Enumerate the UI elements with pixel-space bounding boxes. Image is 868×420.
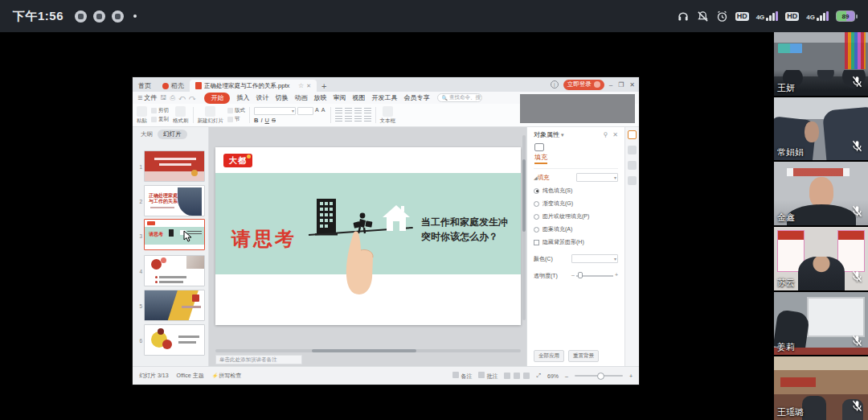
- ribbon-tab-start[interactable]: 开始: [204, 93, 230, 104]
- file-menu-button[interactable]: 文件: [137, 93, 157, 102]
- bold-button[interactable]: B: [254, 117, 258, 124]
- ribbon-tab-view[interactable]: 视图: [352, 93, 365, 102]
- zoom-slider[interactable]: [575, 375, 623, 377]
- font-family-select[interactable]: [254, 107, 296, 115]
- horizontal-scrollbar[interactable]: [215, 349, 521, 352]
- apply-all-button[interactable]: 全部应用: [534, 350, 564, 362]
- quick-access-toolbar[interactable]: 🖫 ⎙ ↶ ↷: [160, 94, 196, 102]
- indent-button[interactable]: [354, 108, 362, 114]
- participant-video-tile[interactable]: 王妍: [774, 32, 868, 96]
- pin-icon[interactable]: ⚲: [603, 131, 608, 138]
- tab-outline[interactable]: 大纲: [141, 130, 153, 138]
- scrollbar-thumb[interactable]: [312, 349, 416, 352]
- ribbon-tab-transition[interactable]: 切换: [275, 93, 288, 102]
- ribbon-tab-animation[interactable]: 动画: [294, 93, 307, 102]
- ribbon-tab-review[interactable]: 审阅: [333, 93, 346, 102]
- panel-title[interactable]: 对象属性: [534, 130, 563, 139]
- bullet-list-button[interactable]: [335, 108, 342, 114]
- participant-video-tile[interactable]: 常娟娟: [774, 97, 868, 161]
- slide-thumbnail-3-selected[interactable]: 请思考: [144, 219, 205, 250]
- close-panel-icon[interactable]: ✕: [612, 131, 618, 138]
- line-spacing-button[interactable]: [364, 108, 371, 114]
- option-pattern-fill[interactable]: 图案填充(A): [534, 225, 618, 233]
- transparency-slider[interactable]: – +: [571, 271, 618, 280]
- slider-knob[interactable]: [578, 272, 583, 278]
- tab-document[interactable]: 正确处理家庭与工作的关系.pptx: [190, 80, 317, 92]
- animation-strip-icon[interactable]: [628, 146, 637, 154]
- theme-name[interactable]: Office 主题: [177, 372, 204, 380]
- normal-view-button[interactable]: [504, 373, 510, 379]
- fill-tab[interactable]: 填充: [534, 153, 547, 164]
- speaker-notes-bar[interactable]: 单击此处添加演讲者备注: [215, 355, 302, 364]
- zoom-out-button[interactable]: –: [565, 373, 568, 379]
- play-slideshow-button[interactable]: [523, 373, 530, 379]
- align-right-button[interactable]: [354, 116, 362, 122]
- favorite-star-icon[interactable]: [298, 82, 304, 89]
- zoom-level[interactable]: 69%: [547, 373, 559, 379]
- new-slide-button[interactable]: 新建幻灯片: [198, 106, 224, 125]
- scrollbar-thumb[interactable]: [522, 159, 526, 232]
- ribbon-tab-slideshow[interactable]: 放映: [313, 93, 326, 102]
- option-hide-background[interactable]: 隐藏背景图形(H): [534, 238, 618, 246]
- participant-video-tile[interactable]: 金鑫: [774, 162, 868, 225]
- section-button[interactable]: 节: [227, 116, 245, 123]
- slide-canvas[interactable]: 大都 请思考: [209, 127, 526, 366]
- zoom-in-button[interactable]: +: [629, 373, 633, 379]
- tab-slides[interactable]: 幻灯片: [158, 130, 187, 139]
- number-list-button[interactable]: [345, 108, 352, 114]
- participant-video-tile[interactable]: 苏云: [774, 227, 868, 290]
- close-tab-icon[interactable]: [306, 82, 311, 89]
- close-button[interactable]: ✕: [629, 81, 635, 89]
- ribbon-tab-insert[interactable]: 插入: [236, 93, 249, 102]
- slide-thumbnail-6[interactable]: [144, 324, 205, 356]
- reset-background-button[interactable]: 重置背景: [568, 350, 599, 362]
- slide-sorter-view-button[interactable]: [514, 373, 520, 379]
- ribbon-tab-devtools[interactable]: 开发工具: [371, 93, 397, 102]
- slide-thumbnail-4[interactable]: [144, 255, 205, 286]
- slider-plus[interactable]: +: [615, 272, 618, 278]
- paste-button[interactable]: 粘贴: [137, 106, 147, 125]
- option-picture-fill[interactable]: 图片或纹理填充(P): [534, 212, 618, 220]
- font-size-select[interactable]: [297, 107, 313, 115]
- command-search-input[interactable]: 查找命令、搜索模板: [437, 93, 482, 102]
- slide-thumbnail-1[interactable]: [144, 150, 205, 182]
- text-box-button[interactable]: 文本框: [380, 106, 396, 125]
- comment-strip-icon[interactable]: [628, 161, 637, 170]
- comments-toggle[interactable]: 批注: [478, 372, 497, 381]
- option-gradient-fill[interactable]: 渐变填充(G): [534, 200, 618, 208]
- tab-docer[interactable]: 稻壳: [157, 80, 190, 92]
- cut-button[interactable]: 剪切: [151, 107, 169, 114]
- minimize-button[interactable]: –: [609, 81, 612, 89]
- maximize-button[interactable]: ❐: [618, 81, 624, 89]
- fill-preset-dropdown[interactable]: [576, 173, 618, 182]
- participant-video-tile[interactable]: 姜莉: [774, 292, 868, 356]
- format-painter-button[interactable]: 格式刷: [173, 106, 189, 125]
- underline-button[interactable]: U: [265, 117, 269, 124]
- ribbon-tab-member[interactable]: 会员专享: [403, 93, 429, 102]
- option-solid-fill[interactable]: 纯色填充(S): [534, 187, 618, 195]
- properties-strip-icon[interactable]: [628, 130, 637, 139]
- fit-slide-button[interactable]: ⤢: [536, 373, 541, 379]
- info-icon[interactable]: i: [551, 80, 559, 89]
- slide-thumbnail-2[interactable]: 正确处理家庭与工作的关系: [144, 185, 205, 216]
- new-tab-button[interactable]: +: [317, 80, 331, 92]
- ribbon-tab-design[interactable]: 设计: [256, 93, 268, 102]
- fill-section-header[interactable]: 填充: [538, 174, 550, 182]
- current-slide[interactable]: 大都 请思考: [215, 147, 521, 325]
- login-button[interactable]: 立即登录: [563, 80, 604, 90]
- italic-button[interactable]: I: [260, 117, 262, 124]
- justify-button[interactable]: [364, 116, 371, 122]
- strikethrough-button[interactable]: S: [272, 117, 276, 124]
- slider-minus[interactable]: –: [571, 272, 575, 278]
- layout-button[interactable]: 版式: [227, 107, 245, 114]
- help-strip-icon[interactable]: [628, 176, 637, 185]
- align-left-button[interactable]: [335, 116, 342, 122]
- color-dropdown[interactable]: [571, 254, 618, 263]
- participant-video-tile[interactable]: 王瑶璐: [774, 356, 868, 420]
- vertical-scrollbar[interactable]: [522, 135, 526, 320]
- tab-home[interactable]: 首页: [133, 80, 157, 92]
- font-grow-shrink-buttons[interactable]: A A: [315, 107, 326, 115]
- spell-check-button[interactable]: 拼写检查: [212, 372, 242, 380]
- slide-thumbnail-5[interactable]: [144, 290, 205, 321]
- copy-button[interactable]: 复制: [151, 116, 169, 123]
